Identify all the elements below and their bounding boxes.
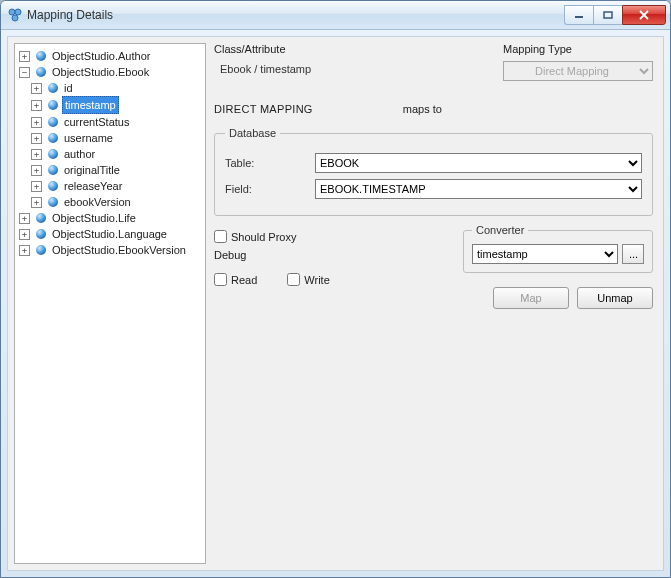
tree-expander[interactable]: + xyxy=(31,133,42,144)
tree-node: +originalTitle xyxy=(29,162,205,178)
tree-node-label[interactable]: originalTitle xyxy=(62,162,122,178)
tree-row[interactable]: +currentStatus xyxy=(29,114,205,130)
details-pane: Class/Attribute Ebook / timestamp Mappin… xyxy=(210,37,663,570)
tree-row[interactable]: +username xyxy=(29,130,205,146)
tree-node-label[interactable]: id xyxy=(62,80,75,96)
tree-node: +author xyxy=(29,146,205,162)
tree-node-label[interactable]: timestamp xyxy=(62,96,119,114)
unmap-button[interactable]: Unmap xyxy=(577,287,653,309)
converter-select[interactable]: timestamp xyxy=(472,244,618,264)
window-title: Mapping Details xyxy=(27,8,564,22)
svg-point-15 xyxy=(36,213,46,223)
svg-point-8 xyxy=(48,100,58,110)
tree-node: +ObjectStudio.Life xyxy=(17,210,205,226)
read-checkbox[interactable] xyxy=(214,273,227,286)
minimize-button[interactable] xyxy=(564,5,593,25)
should-proxy-checkbox[interactable] xyxy=(214,230,227,243)
tree-expander[interactable]: + xyxy=(31,197,42,208)
tree-expander[interactable]: + xyxy=(31,100,42,111)
svg-point-6 xyxy=(36,67,46,77)
tree-node-label[interactable]: ebookVersion xyxy=(62,194,133,210)
tree-node-label[interactable]: username xyxy=(62,130,115,146)
table-select[interactable]: EBOOK xyxy=(315,153,642,173)
svg-point-11 xyxy=(48,149,58,159)
node-orb-icon xyxy=(46,98,60,112)
svg-point-16 xyxy=(36,229,46,239)
tree-expander[interactable]: + xyxy=(31,149,42,160)
svg-rect-3 xyxy=(575,16,583,18)
app-icon xyxy=(7,7,23,23)
tree-node-label[interactable]: ObjectStudio.Ebook xyxy=(50,64,151,80)
tree-row[interactable]: +author xyxy=(29,146,205,162)
tree-row[interactable]: +ObjectStudio.Language xyxy=(17,226,205,242)
tree-row[interactable]: +releaseYear xyxy=(29,178,205,194)
database-legend: Database xyxy=(225,127,280,139)
node-orb-icon xyxy=(34,65,48,79)
mapping-type-label: Mapping Type xyxy=(503,43,653,55)
map-button[interactable]: Map xyxy=(493,287,569,309)
tree-row[interactable]: +ObjectStudio.Author xyxy=(17,48,205,64)
node-orb-icon xyxy=(34,243,48,257)
tree-pane[interactable]: +ObjectStudio.Author−ObjectStudio.Ebook+… xyxy=(14,43,206,564)
svg-point-13 xyxy=(48,181,58,191)
tree-expander[interactable]: + xyxy=(31,181,42,192)
tree-node: +username xyxy=(29,130,205,146)
write-checkbox[interactable] xyxy=(287,273,300,286)
tree-node-label[interactable]: ObjectStudio.EbookVersion xyxy=(50,242,188,258)
tree-node-label[interactable]: releaseYear xyxy=(62,178,124,194)
tree-expander[interactable]: + xyxy=(31,165,42,176)
tree-row[interactable]: +ObjectStudio.Life xyxy=(17,210,205,226)
svg-point-14 xyxy=(48,197,58,207)
tree-node-label[interactable]: ObjectStudio.Language xyxy=(50,226,169,242)
database-group: Database Table: EBOOK Field: EBOOK.TIMES… xyxy=(214,127,653,216)
tree-row[interactable]: +timestamp xyxy=(29,96,205,114)
svg-point-1 xyxy=(15,9,21,15)
window-buttons xyxy=(564,5,666,25)
tree-node: −ObjectStudio.Ebook+id+timestamp+current… xyxy=(17,64,205,210)
maps-to-label: maps to xyxy=(403,103,442,115)
node-orb-icon xyxy=(34,49,48,63)
field-label: Field: xyxy=(225,183,315,195)
tree-expander[interactable]: + xyxy=(19,229,30,240)
tree-node: +timestamp xyxy=(29,96,205,114)
svg-point-2 xyxy=(12,15,18,21)
svg-rect-4 xyxy=(604,12,612,18)
client-area: +ObjectStudio.Author−ObjectStudio.Ebook+… xyxy=(7,36,664,571)
debug-label: Debug xyxy=(214,249,443,261)
tree-node: +ObjectStudio.EbookVersion xyxy=(17,242,205,258)
node-orb-icon xyxy=(46,131,60,145)
tree-expander[interactable]: + xyxy=(31,83,42,94)
tree-node: +ObjectStudio.Language xyxy=(17,226,205,242)
tree-expander[interactable]: − xyxy=(19,67,30,78)
direct-mapping-label: DIRECT MAPPING xyxy=(214,103,313,115)
tree-row[interactable]: +ObjectStudio.EbookVersion xyxy=(17,242,205,258)
tree-expander[interactable]: + xyxy=(19,51,30,62)
mapping-type-select[interactable]: Direct Mapping xyxy=(503,61,653,81)
tree-row[interactable]: −ObjectStudio.Ebook xyxy=(17,64,205,80)
tree-node-label[interactable]: ObjectStudio.Life xyxy=(50,210,138,226)
tree-expander[interactable]: + xyxy=(19,213,30,224)
tree-row[interactable]: +ebookVersion xyxy=(29,194,205,210)
tree-node-label[interactable]: currentStatus xyxy=(62,114,131,130)
titlebar[interactable]: Mapping Details xyxy=(1,1,670,30)
tree-node: +ObjectStudio.Author xyxy=(17,48,205,64)
class-attribute-label: Class/Attribute xyxy=(214,43,311,55)
tree-node: +id xyxy=(29,80,205,96)
field-select[interactable]: EBOOK.TIMESTAMP xyxy=(315,179,642,199)
converter-group: Converter timestamp ... xyxy=(463,224,653,273)
node-orb-icon xyxy=(46,115,60,129)
tree-expander[interactable]: + xyxy=(31,117,42,128)
tree-row[interactable]: +originalTitle xyxy=(29,162,205,178)
tree-row[interactable]: +id xyxy=(29,80,205,96)
tree-node-label[interactable]: author xyxy=(62,146,97,162)
close-button[interactable] xyxy=(622,5,666,25)
maximize-button[interactable] xyxy=(593,5,622,25)
tree-node-label[interactable]: ObjectStudio.Author xyxy=(50,48,152,64)
tree-expander[interactable]: + xyxy=(19,245,30,256)
converter-browse-button[interactable]: ... xyxy=(622,244,644,264)
converter-legend: Converter xyxy=(472,224,528,236)
read-label: Read xyxy=(231,274,257,286)
tree-node: +currentStatus xyxy=(29,114,205,130)
object-tree[interactable]: +ObjectStudio.Author−ObjectStudio.Ebook+… xyxy=(15,48,205,258)
svg-point-12 xyxy=(48,165,58,175)
